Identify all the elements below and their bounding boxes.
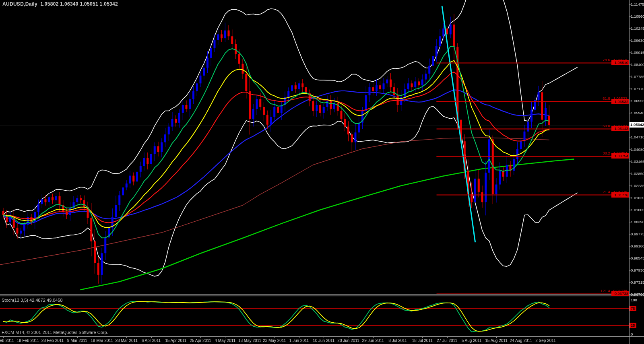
fib-axis-price-box: 1.03754: [611, 153, 629, 159]
price-tick-label: 1.01005: [631, 208, 644, 212]
price-tick-label: 0.99775: [631, 232, 644, 236]
copyright-text: FXCM MT4, © 2001-2011 MetaQuotes Softwar…: [2, 330, 108, 335]
stoch-axis-label: 0: [631, 332, 633, 336]
fib-axis-price-box: 1.05143: [611, 126, 629, 131]
price-chart-canvas[interactable]: [0, 0, 644, 344]
price-tick-label: 0.99160: [631, 244, 644, 248]
price-tick-label: 1.05940: [631, 111, 644, 115]
price-tick-label: 1.09630: [631, 38, 644, 43]
price-tick-label: 1.07170: [631, 87, 644, 91]
fib-axis-price-box: 1.06532: [611, 99, 629, 104]
price-tick-label: 1.01620: [631, 196, 644, 200]
price-tick-label: 0.96700: [631, 292, 644, 297]
price-tick-label: 1.02235: [631, 183, 644, 188]
fib-axis-price-box: 0.96738: [611, 291, 629, 296]
price-tick-label: 1.06555: [631, 99, 644, 103]
date-tick-label: 2 Sep 2011: [530, 338, 562, 343]
price-tick-label: 1.02850: [631, 171, 644, 176]
mt4-chart-window: AUDUSD,Daily 1.05802 1.06340 1.05051 1.0…: [0, 0, 644, 344]
price-tick-label: 1.03465: [631, 159, 644, 164]
chart-title: AUDUSD,Daily 1.05802 1.06340 1.05051 1.0…: [2, 1, 118, 7]
price-tick-label: 1.09015: [631, 50, 644, 55]
stoch-level-axis-box: 75: [630, 306, 636, 311]
stochastic-indicator-label: Stoch(13,3,5) 42.4872 49.0458: [2, 298, 63, 303]
stoch-level-axis-box: 25: [630, 323, 636, 328]
price-tick-label: 1.00390: [631, 220, 644, 224]
price-tick-label: 1.04080: [631, 147, 644, 152]
price-tick-label: 0.97315: [631, 280, 644, 284]
current-price-box: 1.05342: [630, 122, 644, 128]
fib-axis-price-box: 1.01776: [611, 192, 629, 198]
price-tick-label: 0.97930: [631, 268, 644, 272]
price-tick-label: 0.98545: [631, 256, 644, 260]
price-tick-label: 1.10860: [631, 14, 644, 19]
stoch-axis-label: 100: [631, 298, 637, 302]
price-tick-label: 1.11475: [631, 2, 644, 6]
price-tick-label: 1.07785: [631, 74, 644, 79]
price-tick-label: 1.08400: [631, 62, 644, 67]
fib-axis-price-box: 1.08510: [611, 60, 629, 65]
price-tick-label: 1.10245: [631, 26, 644, 31]
price-tick-label: 1.04710: [631, 135, 644, 139]
